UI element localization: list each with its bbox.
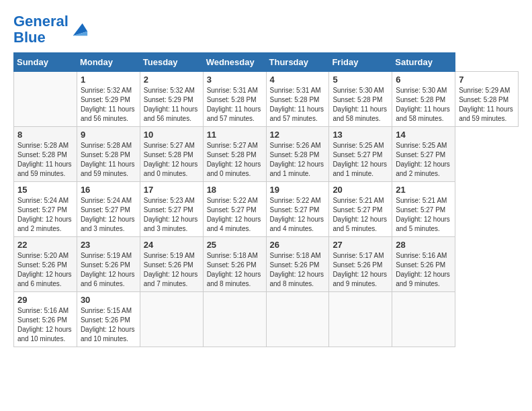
- calendar-cell: 5Sunrise: 5:30 AMSunset: 5:28 PMDaylight…: [329, 72, 392, 127]
- day-info: Sunrise: 5:32 AMSunset: 5:29 PMDaylight:…: [144, 87, 198, 122]
- day-info: Sunrise: 5:24 AMSunset: 5:27 PMDaylight:…: [17, 197, 72, 232]
- day-info: Sunrise: 5:26 AMSunset: 5:28 PMDaylight:…: [270, 142, 324, 177]
- day-number: 12: [270, 130, 326, 140]
- calendar-cell: 29Sunrise: 5:16 AMSunset: 5:26 PMDayligh…: [14, 292, 77, 347]
- calendar-cell: 25Sunrise: 5:18 AMSunset: 5:26 PMDayligh…: [203, 237, 266, 292]
- day-number: 24: [144, 240, 200, 250]
- calendar-cell: 17Sunrise: 5:23 AMSunset: 5:27 PMDayligh…: [140, 182, 203, 237]
- calendar-cell: [392, 292, 455, 347]
- calendar-cell: 21Sunrise: 5:21 AMSunset: 5:27 PMDayligh…: [392, 182, 455, 237]
- day-number: 3: [207, 75, 263, 85]
- day-number: 20: [332, 185, 388, 195]
- calendar-cell: 18Sunrise: 5:22 AMSunset: 5:27 PMDayligh…: [203, 182, 266, 237]
- calendar-cell: 4Sunrise: 5:31 AMSunset: 5:28 PMDaylight…: [266, 72, 329, 127]
- day-info: Sunrise: 5:32 AMSunset: 5:29 PMDaylight:…: [81, 87, 135, 122]
- day-info: Sunrise: 5:21 AMSunset: 5:27 PMDaylight:…: [396, 197, 450, 232]
- day-info: Sunrise: 5:31 AMSunset: 5:28 PMDaylight:…: [207, 87, 261, 122]
- day-number: 1: [81, 75, 136, 85]
- calendar-week-row: 1Sunrise: 5:32 AMSunset: 5:29 PMDaylight…: [14, 72, 519, 127]
- calendar-cell: 24Sunrise: 5:19 AMSunset: 5:26 PMDayligh…: [140, 237, 203, 292]
- day-info: Sunrise: 5:22 AMSunset: 5:27 PMDaylight:…: [207, 197, 261, 232]
- calendar-table: SundayMondayTuesdayWednesdayThursdayFrid…: [13, 52, 519, 347]
- day-number: 8: [17, 130, 73, 140]
- calendar-cell: 26Sunrise: 5:18 AMSunset: 5:26 PMDayligh…: [266, 237, 329, 292]
- day-info: Sunrise: 5:19 AMSunset: 5:26 PMDaylight:…: [81, 252, 135, 287]
- calendar-cell: [203, 292, 266, 347]
- calendar-cell: 15Sunrise: 5:24 AMSunset: 5:27 PMDayligh…: [14, 182, 77, 237]
- header-cell-saturday: Saturday: [392, 53, 455, 72]
- calendar-cell: 13Sunrise: 5:25 AMSunset: 5:27 PMDayligh…: [329, 127, 392, 182]
- day-info: Sunrise: 5:16 AMSunset: 5:26 PMDaylight:…: [396, 252, 450, 287]
- day-number: 28: [396, 240, 451, 250]
- header-cell-thursday: Thursday: [266, 53, 329, 72]
- calendar-week-row: 22Sunrise: 5:20 AMSunset: 5:26 PMDayligh…: [14, 237, 519, 292]
- logo-icon: [70, 20, 89, 39]
- day-number: 6: [396, 75, 451, 85]
- day-number: 10: [144, 130, 200, 140]
- day-number: 13: [332, 130, 388, 140]
- day-number: 18: [207, 185, 263, 195]
- day-info: Sunrise: 5:20 AMSunset: 5:26 PMDaylight:…: [17, 252, 72, 287]
- calendar-cell: 6Sunrise: 5:30 AMSunset: 5:28 PMDaylight…: [392, 72, 455, 127]
- calendar-cell: 23Sunrise: 5:19 AMSunset: 5:26 PMDayligh…: [77, 237, 140, 292]
- calendar-body: 1Sunrise: 5:32 AMSunset: 5:29 PMDaylight…: [14, 72, 519, 347]
- day-info: Sunrise: 5:18 AMSunset: 5:26 PMDaylight:…: [207, 252, 261, 287]
- calendar-cell: 9Sunrise: 5:28 AMSunset: 5:28 PMDaylight…: [77, 127, 140, 182]
- day-info: Sunrise: 5:28 AMSunset: 5:28 PMDaylight:…: [81, 142, 135, 177]
- calendar-cell: 8Sunrise: 5:28 AMSunset: 5:28 PMDaylight…: [14, 127, 77, 182]
- page-header: GeneralBlue: [13, 13, 519, 46]
- day-info: Sunrise: 5:31 AMSunset: 5:28 PMDaylight:…: [270, 87, 324, 122]
- day-info: Sunrise: 5:30 AMSunset: 5:28 PMDaylight:…: [396, 87, 450, 122]
- day-number: 5: [332, 75, 388, 85]
- calendar-cell: 30Sunrise: 5:15 AMSunset: 5:26 PMDayligh…: [77, 292, 140, 347]
- day-number: 23: [81, 240, 136, 250]
- logo-text: GeneralBlue: [13, 13, 69, 46]
- calendar-cell: 3Sunrise: 5:31 AMSunset: 5:28 PMDaylight…: [203, 72, 266, 127]
- day-number: 25: [207, 240, 263, 250]
- logo: GeneralBlue: [13, 13, 89, 46]
- calendar-cell: 7Sunrise: 5:29 AMSunset: 5:28 PMDaylight…: [455, 72, 519, 127]
- header-cell-sunday: Sunday: [14, 53, 77, 72]
- day-number: 22: [17, 240, 73, 250]
- calendar-cell: [329, 292, 392, 347]
- day-info: Sunrise: 5:28 AMSunset: 5:28 PMDaylight:…: [17, 142, 72, 177]
- day-number: 16: [81, 185, 136, 195]
- day-info: Sunrise: 5:27 AMSunset: 5:28 PMDaylight:…: [207, 142, 261, 177]
- day-number: 19: [270, 185, 326, 195]
- calendar-cell: [140, 292, 203, 347]
- day-number: 15: [17, 185, 73, 195]
- day-number: 30: [81, 295, 136, 305]
- day-info: Sunrise: 5:25 AMSunset: 5:27 PMDaylight:…: [332, 142, 387, 177]
- day-number: 4: [270, 75, 326, 85]
- day-number: 7: [459, 75, 515, 85]
- calendar-header-row: SundayMondayTuesdayWednesdayThursdayFrid…: [14, 53, 519, 72]
- day-info: Sunrise: 5:22 AMSunset: 5:27 PMDaylight:…: [270, 197, 324, 232]
- day-number: 29: [17, 295, 73, 305]
- day-info: Sunrise: 5:18 AMSunset: 5:26 PMDaylight:…: [270, 252, 324, 287]
- calendar-cell: 12Sunrise: 5:26 AMSunset: 5:28 PMDayligh…: [266, 127, 329, 182]
- calendar-week-row: 8Sunrise: 5:28 AMSunset: 5:28 PMDaylight…: [14, 127, 519, 182]
- day-info: Sunrise: 5:25 AMSunset: 5:27 PMDaylight:…: [396, 142, 450, 177]
- day-number: 11: [207, 130, 263, 140]
- day-info: Sunrise: 5:29 AMSunset: 5:28 PMDaylight:…: [459, 87, 513, 122]
- header-cell-friday: Friday: [329, 53, 392, 72]
- empty-cell: [14, 72, 77, 127]
- calendar-cell: 10Sunrise: 5:27 AMSunset: 5:28 PMDayligh…: [140, 127, 203, 182]
- day-info: Sunrise: 5:21 AMSunset: 5:27 PMDaylight:…: [332, 197, 387, 232]
- calendar-cell: 19Sunrise: 5:22 AMSunset: 5:27 PMDayligh…: [266, 182, 329, 237]
- header-cell-tuesday: Tuesday: [140, 53, 203, 72]
- calendar-cell: 1Sunrise: 5:32 AMSunset: 5:29 PMDaylight…: [77, 72, 140, 127]
- header-cell-wednesday: Wednesday: [203, 53, 266, 72]
- header-cell-monday: Monday: [77, 53, 140, 72]
- day-number: 9: [81, 130, 136, 140]
- calendar-cell: 27Sunrise: 5:17 AMSunset: 5:26 PMDayligh…: [329, 237, 392, 292]
- day-info: Sunrise: 5:15 AMSunset: 5:26 PMDaylight:…: [81, 307, 135, 342]
- calendar-cell: 11Sunrise: 5:27 AMSunset: 5:28 PMDayligh…: [203, 127, 266, 182]
- day-number: 2: [144, 75, 200, 85]
- day-info: Sunrise: 5:30 AMSunset: 5:28 PMDaylight:…: [332, 87, 387, 122]
- day-info: Sunrise: 5:16 AMSunset: 5:26 PMDaylight:…: [17, 307, 72, 342]
- calendar-cell: 14Sunrise: 5:25 AMSunset: 5:27 PMDayligh…: [392, 127, 455, 182]
- calendar-cell: [266, 292, 329, 347]
- calendar-cell: 2Sunrise: 5:32 AMSunset: 5:29 PMDaylight…: [140, 72, 203, 127]
- calendar-cell: 22Sunrise: 5:20 AMSunset: 5:26 PMDayligh…: [14, 237, 77, 292]
